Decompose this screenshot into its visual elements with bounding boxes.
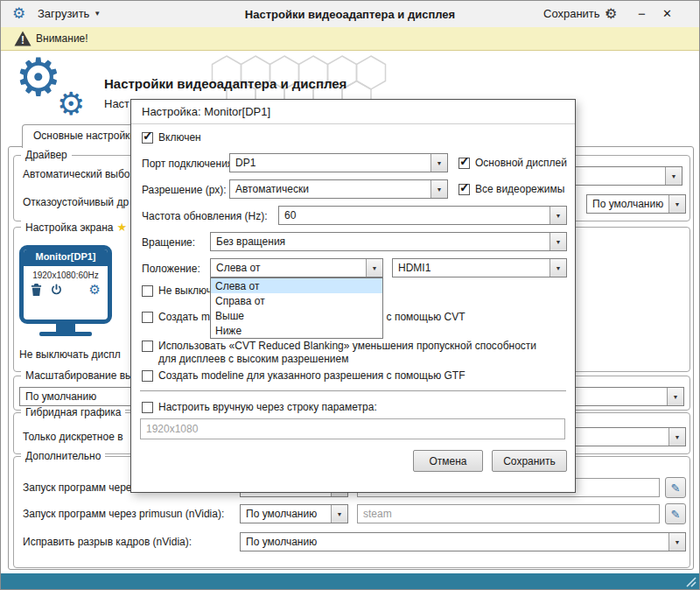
run-programs-primusun-combo[interactable]: По умолчанию ▼ [240, 504, 348, 523]
cvt-rb-line2: для дисплеев с высоким разрешением [158, 353, 536, 366]
checkbox-box [142, 370, 153, 382]
manual-mode-input[interactable] [140, 418, 565, 439]
keep-display-on-checkbox[interactable]: Не выключ [142, 284, 212, 297]
monitor-widget[interactable]: Monitor[DP1] 1920x1080:60Hz ⚙ [19, 245, 112, 336]
separator [140, 390, 566, 391]
position-target-combo[interactable]: HDMI1 ▼ [392, 258, 567, 277]
hybrid-group-label: Гибридная графика [25, 406, 121, 418]
chevron-down-icon: ▼ [668, 195, 685, 213]
monitor-settings-dialog: Настройка: Monitor[DP1] ✓ Включен Порт п… [130, 99, 576, 493]
chevron-down-icon: ▼ [667, 388, 683, 405]
monitor-stand-base [39, 332, 92, 336]
app-window: ⚙ Загрузить ▼ Настройки видеоадаптера и … [0, 0, 700, 590]
primary-display-checkbox[interactable]: ✓ Основной дисплей [458, 157, 567, 169]
scaling-group-label: Масштабирование вы [25, 369, 133, 382]
manual-mode-checkbox[interactable]: Настроить вручную через строку параметра… [142, 401, 377, 413]
tab-main-settings[interactable]: Основные настройки [22, 124, 147, 148]
trash-icon[interactable] [31, 284, 42, 296]
monitor-name: Monitor[DP1] [24, 249, 108, 266]
fix-tearing-combo-value: По умолчанию [241, 533, 668, 551]
rotation-combo-value: Без вращения [211, 233, 550, 250]
driver-group-label: Драйвер [25, 149, 67, 161]
warning-text: Внимание! [36, 32, 88, 45]
warning-icon: ! [13, 30, 32, 47]
edit-button[interactable]: ✎ [665, 477, 686, 498]
chevron-down-icon: ▼ [668, 533, 685, 551]
run-programs-primusun-label: Запуск программ через primusun (nVidia): [23, 508, 224, 520]
all-modes-checkbox[interactable]: ✓ Все видеорежимы [458, 183, 564, 195]
failsafe-driver-label: Отказоустойчивый др [23, 196, 129, 208]
position-combo[interactable]: Слева от ▼ [210, 258, 383, 277]
titlebar: ⚙ Загрузить ▼ Настройки видеоадаптера и … [1, 1, 699, 28]
run-programs-primusun-combo-value: По умолчанию [241, 505, 331, 523]
warning-banner[interactable]: ! Внимание! [1, 27, 699, 51]
checkbox-box: ✓ [458, 184, 470, 195]
checkbox-box: ✓ [458, 158, 470, 169]
failsafe-driver-combo[interactable]: По умолчанию ▼ [586, 194, 686, 214]
fix-tearing-combo[interactable]: По умолчанию ▼ [240, 532, 686, 551]
minimize-button[interactable]: − [638, 6, 646, 21]
page-subtitle: Наст [104, 97, 130, 110]
enabled-checkbox[interactable]: ✓ Включен [142, 131, 201, 144]
checkbox-box [142, 402, 153, 413]
monitor-screen: Monitor[DP1] 1920x1080:60Hz ⚙ [19, 245, 112, 324]
edit-button[interactable]: ✎ [665, 503, 686, 524]
dropdown-option[interactable]: Справа от [211, 293, 382, 308]
close-button[interactable]: ✕ [662, 7, 672, 20]
resize-grip[interactable] [684, 575, 696, 587]
chevron-down-icon: ▼ [430, 154, 447, 172]
chevron-down-icon: ▼ [331, 505, 347, 523]
auto-driver-label: Автоматический выбо [23, 168, 130, 180]
dropdown-option[interactable]: Выше [211, 308, 382, 323]
power-icon[interactable] [51, 284, 62, 296]
status-bar [1, 573, 699, 589]
gtf-modeline-checkbox[interactable]: Создать modeline для указанного разрешен… [142, 369, 466, 382]
screen-group-label: Настройка экрана [25, 221, 113, 234]
chevron-down-icon: ▼ [550, 233, 566, 250]
monitor-stand [56, 324, 75, 332]
resolution-combo-value: Автоматически [230, 180, 430, 198]
chevron-down-icon: ▼ [430, 180, 447, 198]
rotation-label: Вращение: [142, 236, 195, 249]
checkbox-box [142, 341, 153, 352]
refresh-combo[interactable]: 60 ▼ [278, 206, 567, 225]
dialog-titlebar[interactable]: Настройка: Monitor[DP1] [131, 100, 575, 124]
star-icon: ★ [116, 221, 127, 234]
checkbox-box: ✓ [142, 132, 153, 144]
position-label: Положение: [142, 263, 200, 275]
resolution-combo[interactable]: Автоматически ▼ [229, 179, 448, 199]
rotation-combo[interactable]: Без вращения ▼ [210, 232, 567, 251]
save-menu-button[interactable]: Сохранить ▼ [543, 7, 612, 20]
chevron-down-icon: ▼ [366, 259, 382, 277]
save-button[interactable]: Сохранить [492, 450, 567, 472]
cancel-button[interactable]: Отмена [413, 450, 483, 472]
checkbox-box [142, 285, 153, 297]
gtf-modeline-label: Создать modeline для указанного разрешен… [158, 369, 466, 382]
dropdown-option[interactable]: Слева от [211, 278, 382, 293]
position-dropdown-list: Слева от Справа от Выше Ниже [210, 277, 383, 339]
cvt-reduced-blanking-checkbox[interactable]: Использовать «CVT Reduced Blanking» умен… [142, 340, 536, 366]
chevron-down-icon: ▼ [550, 259, 566, 277]
chevron-down-icon: ▼ [665, 167, 682, 185]
fix-tearing-label: Исправить разрыв кадров (nVidia): [23, 536, 192, 548]
page-title: Настройки видеоадаптера и дисплея [104, 76, 346, 91]
port-combo-value: DP1 [230, 154, 430, 172]
monitor-gear-icon[interactable]: ⚙ [89, 283, 101, 296]
settings-gear-icon[interactable]: ⚙ [605, 6, 617, 22]
chevron-down-icon: ▼ [550, 207, 566, 224]
cvt-rb-line1: Использовать «CVT Reduced Blanking» умен… [158, 340, 536, 353]
run-programs-row1-label: Запуск программ чере [23, 481, 132, 494]
save-menu-label: Сохранить [543, 7, 600, 20]
port-combo[interactable]: DP1 ▼ [229, 153, 448, 172]
pencil-icon: ✎ [671, 481, 681, 495]
failsafe-driver-combo-value: По умолчанию [587, 195, 668, 213]
position-target-combo-value: HDMI1 [393, 259, 550, 277]
chevron-down-icon: ▼ [668, 428, 685, 446]
pencil-icon: ✎ [671, 508, 681, 521]
refresh-label: Частота обновления (Hz): [142, 210, 268, 222]
keep-display-on-checkbox-label: Не выключ [158, 284, 212, 297]
primary-display-label: Основной дисплей [475, 157, 567, 169]
discrete-video-label: Только дискретное в [23, 431, 123, 443]
primusun-program-field[interactable]: steam [357, 504, 660, 523]
dropdown-option[interactable]: Ниже [211, 323, 382, 338]
